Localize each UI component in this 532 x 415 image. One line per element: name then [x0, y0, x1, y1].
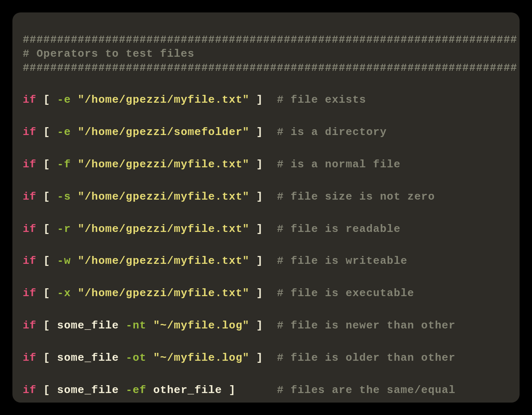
comment: # is a normal file: [277, 158, 400, 171]
code-line: if [ -s "/home/gpezzi/myfile.txt" ] # fi…: [23, 190, 509, 204]
string-path: "/home/gpezzi/myfile.txt": [78, 287, 249, 299]
string-path: "/home/gpezzi/somefolder": [78, 126, 249, 138]
string-path: "/home/gpezzi/myfile.txt": [78, 158, 249, 171]
keyword-if: if: [23, 287, 36, 299]
bracket-left: [: [43, 287, 50, 299]
bracket-left: [: [43, 319, 50, 332]
bracket-left: [: [43, 255, 50, 267]
bracket-left: [: [43, 126, 50, 138]
code-line: if [ -f "/home/gpezzi/myfile.txt" ] # is…: [23, 158, 509, 172]
comment: # file is newer than other: [277, 319, 455, 332]
string-path: "/home/gpezzi/myfile.txt": [78, 191, 249, 203]
flag: -ef: [126, 384, 146, 396]
bracket-right: ]: [256, 319, 264, 332]
identifier: some_file: [57, 352, 119, 364]
bracket-right: ]: [256, 158, 264, 171]
code-line: if [ -r "/home/gpezzi/myfile.txt" ] # fi…: [23, 222, 509, 236]
code-line: if [ some_file -ef other_file ] # files …: [23, 384, 509, 398]
keyword-if: if: [23, 94, 36, 106]
string-path: "~/myfile.log": [153, 319, 249, 332]
blank-line: [23, 333, 509, 351]
code-line: if [ -w "/home/gpezzi/myfile.txt" ] # fi…: [23, 254, 509, 268]
keyword-if: if: [23, 158, 36, 171]
header-title: # Operators to test files: [23, 47, 509, 61]
bracket-left: [: [43, 158, 50, 171]
blank-line: [23, 107, 509, 125]
blank-line: [23, 172, 509, 190]
comment: # file is readable: [277, 223, 400, 235]
header-rule-top: ########################################…: [23, 33, 509, 47]
blank-line: [23, 301, 509, 319]
flag: -e: [57, 126, 71, 138]
code-terminal: ########################################…: [12, 12, 520, 403]
blank-line: [23, 365, 509, 384]
comment: # file is older than other: [277, 352, 455, 364]
comment: # file exists: [277, 94, 366, 106]
keyword-if: if: [23, 223, 36, 235]
code-line: if [ -x "/home/gpezzi/myfile.txt" ] # fi…: [23, 287, 509, 301]
flag: -nt: [126, 319, 146, 332]
string-path: "/home/gpezzi/myfile.txt": [78, 223, 249, 235]
code-line: if [ some_file -ot "~/myfile.log" ] # fi…: [23, 351, 509, 365]
flag: -s: [57, 191, 71, 203]
comment: # is a directory: [277, 126, 387, 138]
bracket-left: [: [43, 223, 50, 235]
bracket-left: [: [43, 352, 50, 364]
blank-line: [23, 140, 509, 158]
bracket-left: [: [43, 94, 50, 106]
keyword-if: if: [23, 319, 36, 332]
string-path: "~/myfile.log": [153, 352, 249, 364]
bracket-right: ]: [229, 384, 236, 396]
comment: # file size is not zero: [277, 191, 435, 203]
keyword-if: if: [23, 352, 36, 364]
bracket-left: [: [43, 191, 50, 203]
bracket-right: ]: [256, 223, 264, 235]
blank-line: [23, 75, 509, 93]
code-line: if [ -e "/home/gpezzi/myfile.txt" ] # fi…: [23, 93, 509, 107]
bracket-right: ]: [256, 126, 264, 138]
identifier: some_file: [57, 319, 119, 332]
flag: -w: [57, 255, 71, 267]
blank-line: [23, 236, 509, 254]
string-path: "/home/gpezzi/myfile.txt": [78, 255, 249, 267]
comment: # file is executable: [277, 287, 414, 299]
keyword-if: if: [23, 255, 36, 267]
comment: # files are the same/equal: [277, 384, 455, 396]
flag: -e: [57, 94, 71, 106]
identifier: some_file: [57, 384, 119, 396]
flag: -f: [57, 158, 71, 171]
bracket-left: [: [43, 384, 50, 396]
code-body: if [ -e "/home/gpezzi/myfile.txt" ] # fi…: [23, 93, 509, 397]
blank-line: [23, 204, 509, 222]
header-rule-bottom: ########################################…: [23, 61, 509, 75]
string-path: "/home/gpezzi/myfile.txt": [78, 94, 249, 106]
bracket-right: ]: [256, 287, 264, 299]
flag: -x: [57, 287, 71, 299]
flag: -r: [57, 223, 71, 235]
keyword-if: if: [23, 191, 36, 203]
comment: # file is writeable: [277, 255, 407, 267]
blank-line: [23, 268, 509, 287]
code-line: if [ some_file -nt "~/myfile.log" ] # fi…: [23, 319, 509, 333]
bracket-right: ]: [256, 191, 264, 203]
bracket-right: ]: [256, 352, 264, 364]
keyword-if: if: [23, 126, 36, 138]
keyword-if: if: [23, 384, 36, 396]
bracket-right: ]: [256, 255, 264, 267]
bracket-right: ]: [256, 94, 264, 106]
code-line: if [ -e "/home/gpezzi/somefolder" ] # is…: [23, 125, 509, 140]
flag: -ot: [126, 352, 146, 364]
identifier: other_file: [153, 384, 222, 396]
